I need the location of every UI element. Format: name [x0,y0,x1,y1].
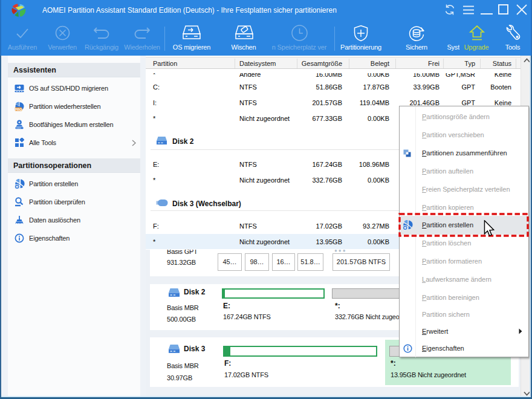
svg-text:PRO: PRO [15,108,23,111]
